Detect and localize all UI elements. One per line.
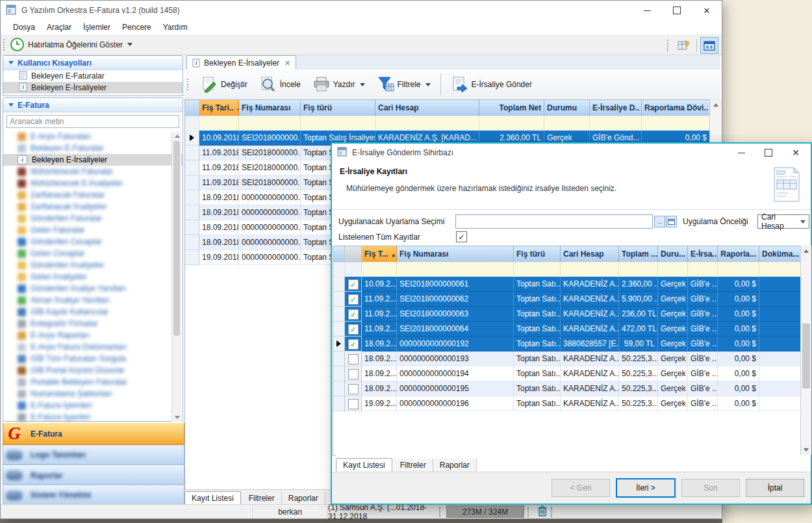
main-bottom-tab-1[interactable]: Kayıt Listesi — [184, 491, 241, 505]
column-header-7[interactable]: E-İrsa... — [688, 246, 718, 262]
toolbar-grip[interactable] — [187, 79, 190, 90]
chevron-down-icon[interactable] — [425, 83, 431, 86]
table-row[interactable]: 18.09.2...0000000000000195Toptan Satı...… — [333, 381, 801, 396]
filter-row[interactable] — [185, 116, 710, 131]
tree-item[interactable]: Mühürlenecek E-İrsaliyeler — [3, 177, 183, 189]
tree-item[interactable]: Gelen Cevaplar — [3, 248, 183, 259]
filter-cell[interactable] — [199, 116, 239, 131]
oncelik-combo[interactable]: Cari Hesap — [757, 214, 809, 229]
tree-item[interactable]: Zarflanacak İrsaliyeler — [3, 201, 183, 212]
scroll-up-icon[interactable] — [710, 99, 721, 110]
row-check-cell[interactable]: ✓ — [345, 277, 362, 292]
checkbox-checked[interactable]: ✓ — [348, 279, 359, 290]
listele-checkbox[interactable]: ✓ — [456, 231, 467, 242]
shortcuts-panel-header[interactable]: Kullanıcı Kısayolları — [3, 56, 183, 70]
checkbox-unchecked[interactable] — [348, 354, 359, 364]
trash-icon[interactable] — [537, 505, 548, 518]
table-row[interactable]: ✓18.09.2...0000000000000192Toptan Satı..… — [333, 337, 801, 351]
column-header-7[interactable]: E-İrsaliye D.. — [590, 100, 642, 116]
table-row[interactable]: 18.09.2...0000000000000194Toptan Satı...… — [333, 366, 801, 381]
open-lookup-button[interactable] — [666, 216, 677, 227]
checkbox-checked[interactable]: ✓ — [348, 294, 359, 305]
checkbox-unchecked[interactable] — [348, 369, 359, 379]
dialog-minimize-button[interactable] — [728, 144, 755, 162]
table-row[interactable]: ✓11.09.2...SEI2018000000063Toptan Satı..… — [333, 307, 801, 322]
tab-close-icon[interactable]: ✕ — [285, 59, 290, 68]
row-check-cell[interactable] — [345, 366, 362, 381]
column-header-1[interactable]: Fiş T...▲ — [362, 246, 397, 262]
dialog-maximize-button[interactable] — [755, 144, 782, 162]
tree-item[interactable]: GİB Portal Arşivini Düzenle — [3, 364, 183, 376]
table-row[interactable]: 18.09.2...0000000000000193Toptan Satı...… — [333, 351, 801, 366]
checkbox-unchecked[interactable] — [348, 399, 359, 409]
column-header-4[interactable]: Cari Hesap — [561, 246, 619, 262]
tree-item[interactable]: E-Fatura İşlemleri — [3, 400, 183, 411]
filter-cell[interactable] — [619, 262, 658, 277]
chevron-down-icon[interactable] — [127, 43, 133, 46]
filter-cell[interactable] — [658, 262, 688, 277]
tree-item[interactable]: Gönderilen İrsaliyeler — [3, 259, 183, 271]
efatura-panel-header[interactable]: E-Fatura — [3, 98, 183, 112]
tree-item[interactable]: Mühürlenecek Faturalar — [3, 166, 183, 177]
tree-item[interactable]: E-Arşiv Raporları — [3, 329, 183, 341]
filter-cell[interactable] — [301, 116, 375, 131]
checkbox-checked[interactable]: ✓ — [348, 309, 359, 320]
filter-row[interactable] — [333, 262, 801, 277]
scrollbar-thumb[interactable] — [173, 141, 180, 336]
tree-scrollbar[interactable] — [171, 132, 181, 422]
tree-item[interactable]: iBekleyen E-İrsaliyeler — [3, 154, 183, 166]
close-button[interactable]: ✕ — [692, 1, 722, 20]
row-check-cell[interactable]: ✓ — [345, 292, 362, 307]
toolbar-button-2[interactable]: İncele — [253, 73, 307, 96]
tree-item[interactable]: E-Arşiv Faturaları — [3, 131, 183, 142]
tree-item[interactable]: GİB Tüm Faturaları Sorgula — [3, 353, 183, 364]
ellipsis-lookup-button[interactable]: ... — [654, 216, 665, 227]
menu-item[interactable]: İşlemler — [77, 21, 116, 34]
column-header-8[interactable]: Raporlama Dövi.. — [642, 100, 710, 116]
grid-check-header[interactable] — [345, 246, 362, 262]
menu-item[interactable]: Pencere — [116, 21, 157, 34]
checkbox-checked[interactable]: ✓ — [348, 339, 359, 350]
layout-view-button[interactable] — [700, 37, 718, 54]
scrollbar-thumb[interactable] — [802, 324, 810, 389]
row-check-cell[interactable] — [345, 351, 362, 366]
tree-item[interactable]: Gelen İrsaliyeler — [3, 271, 183, 283]
dialog-tab-2[interactable]: Filtreler — [394, 459, 433, 472]
sidebar-section-1[interactable]: GE-Fatura — [3, 423, 184, 445]
column-header-6[interactable]: Duru... — [658, 246, 688, 262]
add-view-button[interactable] — [675, 37, 693, 54]
toolbar-button-5[interactable]: E-İrsaliye Gönder — [445, 73, 538, 96]
tree-item[interactable]: Zarflanacak Faturalar — [3, 189, 183, 201]
tree-item[interactable]: Bekleyen E-Faturalar — [3, 142, 183, 154]
tree-item[interactable]: E-Fatura İşyerleri — [3, 411, 183, 423]
sidebar-shortcut-item[interactable]: iBekleyen E-İrsaliyeler — [3, 82, 183, 94]
dialog-grid-scrollbar[interactable] — [800, 246, 811, 455]
tree-item[interactable]: Portalde Bekleyen Faturalar — [3, 376, 183, 388]
column-header-3[interactable]: Fiş türü — [301, 100, 375, 116]
column-header-9[interactable]: Doküma... — [759, 246, 801, 262]
column-header-2[interactable]: Fiş Numarası — [397, 246, 514, 262]
toolbar-button-3[interactable]: Yazdır — [307, 73, 371, 96]
table-row[interactable]: ✓10.09.2...SEI2018000000061Toptan Satı..… — [333, 277, 801, 292]
filter-cell[interactable] — [642, 116, 710, 131]
column-header-5[interactable]: Toplam ... — [619, 246, 658, 262]
row-check-cell[interactable]: ✓ — [345, 322, 362, 337]
filter-cell[interactable] — [375, 116, 479, 131]
dialog-close-button[interactable]: ✕ — [782, 144, 809, 162]
column-header-6[interactable]: Durumu — [544, 100, 590, 116]
checkbox-checked[interactable]: ✓ — [348, 324, 359, 335]
tree-item[interactable]: E-Arşiv Fatura Dokümanları — [3, 341, 183, 353]
maximize-button[interactable] — [662, 1, 692, 20]
tree-item[interactable]: Gönderilen İrsaliye Yanıtları — [3, 283, 183, 294]
row-check-cell[interactable] — [345, 396, 362, 411]
toolbar-grip-right[interactable] — [667, 40, 670, 51]
main-bottom-tab-3[interactable]: Raporlar — [282, 492, 325, 505]
dialog-tab-1[interactable]: Kayıt Listesi — [336, 458, 392, 472]
menu-item[interactable]: Yardım — [157, 21, 194, 34]
column-header-1[interactable]: Fiş Tari..▲ — [199, 100, 239, 116]
tree-item[interactable]: Alınan İrsaliye Yanıtları — [3, 294, 183, 306]
filter-cell[interactable] — [362, 262, 397, 277]
sidebar-section-3[interactable]: Raporlar — [3, 466, 184, 485]
menu-item[interactable]: Dosya — [7, 21, 41, 34]
checkbox-unchecked[interactable] — [348, 384, 359, 394]
